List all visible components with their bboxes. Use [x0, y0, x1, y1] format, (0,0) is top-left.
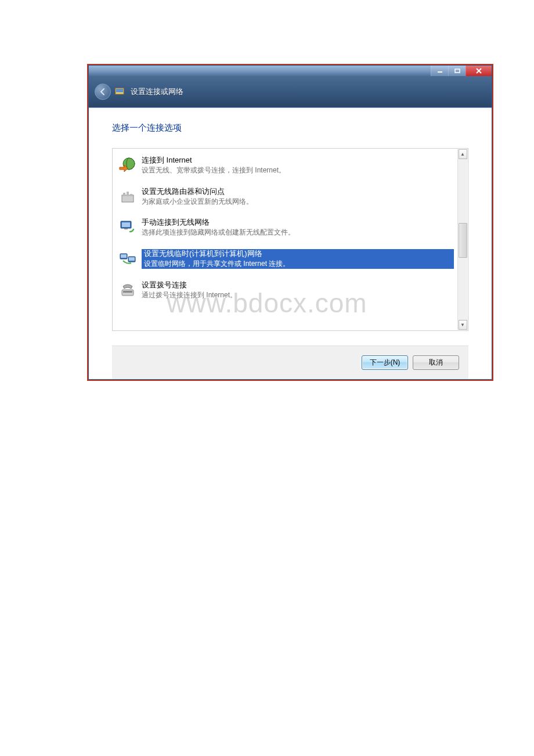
network-wizard-icon	[114, 87, 125, 97]
titlebar[interactable]	[89, 66, 492, 76]
option-title: 设置无线路由器和访问点	[142, 187, 454, 197]
scroll-track[interactable]	[459, 159, 467, 320]
svg-rect-15	[129, 257, 135, 261]
monitor-wireless-icon	[118, 218, 137, 236]
dialog-footer: 下一步(N) 取消	[112, 345, 468, 379]
svg-rect-6	[123, 193, 125, 196]
svg-rect-10	[122, 222, 130, 227]
option-title: 设置无线临时(计算机到计算机)网络	[143, 249, 264, 258]
next-button[interactable]: 下一步(N)	[362, 355, 408, 370]
svg-rect-11	[124, 228, 128, 229]
option-dialup[interactable]: 设置拨号连接 通过拨号连接连接到 Internet。	[114, 275, 459, 306]
option-description: 设置临时网络，用于共享文件或 Internet 连接。	[143, 259, 291, 268]
close-button[interactable]	[466, 66, 492, 76]
navigation-bar: 设置连接或网络	[89, 76, 492, 108]
svg-rect-13	[121, 254, 127, 258]
minimize-icon	[437, 69, 443, 73]
dialog-window: 设置连接或网络 选择一个连接选项 连接到 Internet 设置无线、宽带或拨号…	[88, 65, 492, 380]
back-arrow-icon	[99, 88, 107, 96]
svg-rect-8	[130, 194, 132, 196]
router-icon	[118, 187, 137, 206]
page-heading: 选择一个连接选项	[112, 123, 468, 134]
close-icon	[476, 68, 482, 74]
option-connect-internet[interactable]: 连接到 Internet 设置无线、宽带或拨号连接，连接到 Internet。	[114, 150, 459, 181]
window-controls	[431, 66, 492, 76]
svg-rect-3	[116, 89, 123, 92]
option-description: 设置无线、宽带或拨号连接，连接到 Internet。	[142, 165, 454, 175]
cancel-button[interactable]: 取消	[413, 355, 459, 370]
adhoc-network-icon	[118, 249, 137, 268]
option-description: 选择此项连接到隐藏网络或创建新无线配置文件。	[142, 228, 454, 237]
option-title: 连接到 Internet	[142, 156, 454, 165]
option-title: 设置拨号连接	[142, 280, 454, 290]
svg-rect-1	[455, 69, 460, 73]
option-description: 为家庭或小企业设置新的无线网络。	[142, 197, 454, 207]
maximize-icon	[454, 69, 460, 73]
minimize-button[interactable]	[431, 66, 448, 76]
option-setup-router[interactable]: 设置无线路由器和访问点 为家庭或小企业设置新的无线网络。	[114, 181, 459, 213]
option-description: 通过拨号连接连接到 Internet。	[142, 290, 454, 300]
globe-arrow-icon	[118, 156, 137, 174]
scroll-up-button[interactable]: ▲	[459, 149, 467, 159]
scroll-thumb[interactable]	[459, 223, 467, 258]
window-title: 设置连接或网络	[131, 87, 183, 97]
svg-rect-0	[438, 71, 442, 73]
content-area: 选择一个连接选项 连接到 Internet 设置无线、宽带或拨号连接，连接到 I…	[89, 108, 492, 379]
maximize-button[interactable]	[448, 66, 466, 76]
option-title: 手动连接到无线网络	[142, 218, 454, 228]
phone-modem-icon	[118, 280, 137, 299]
connection-options-list: 连接到 Internet 设置无线、宽带或拨号连接，连接到 Internet。 …	[112, 148, 468, 331]
scrollbar[interactable]: ▲ ▼	[457, 149, 467, 330]
svg-rect-7	[127, 192, 129, 196]
option-adhoc-network[interactable]: 设置无线临时(计算机到计算机)网络 设置临时网络，用于共享文件或 Interne…	[114, 243, 459, 275]
back-button[interactable]	[95, 84, 111, 100]
option-manual-wireless[interactable]: 手动连接到无线网络 选择此项连接到隐藏网络或创建新无线配置文件。	[114, 212, 459, 243]
screenshot-frame: 设置连接或网络 选择一个连接选项 连接到 Internet 设置无线、宽带或拨号…	[87, 64, 493, 381]
scroll-down-button[interactable]: ▼	[459, 320, 467, 330]
svg-rect-17	[123, 291, 132, 293]
